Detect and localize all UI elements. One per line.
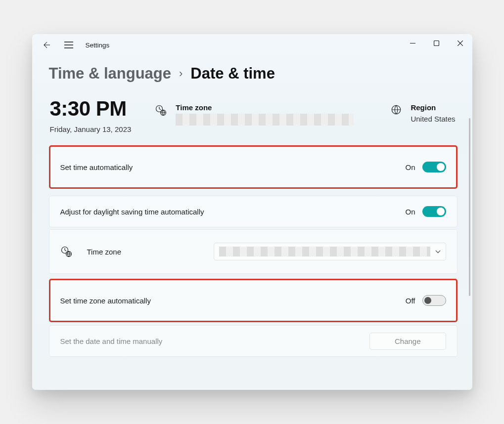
time-header: 3:30 PM Friday, January 13, 2023 Time zo…	[32, 88, 472, 138]
timezone-info: Time zone	[155, 103, 354, 126]
globe-icon	[391, 104, 402, 115]
setting-label: Set the date and time manually	[60, 337, 163, 345]
toggle-state-text: Off	[406, 297, 415, 305]
region-label: Region	[411, 103, 455, 112]
chevron-right-icon: ›	[179, 67, 183, 80]
breadcrumb-current: Date & time	[190, 65, 275, 83]
settings-list: Set time automatically On Adjust for day…	[32, 145, 472, 357]
setting-label: Set time zone automatically	[60, 297, 151, 305]
row-set-time-zone-automatically[interactable]: Set time zone automatically Off	[49, 279, 458, 322]
toggle-set-time-automatically[interactable]	[422, 162, 446, 172]
svg-rect-0	[434, 41, 439, 45]
row-set-manually: Set the date and time manually Change	[49, 325, 458, 357]
close-button[interactable]	[449, 34, 472, 52]
maximize-button[interactable]	[425, 34, 449, 52]
globe-clock-icon	[155, 104, 167, 116]
chevron-down-icon	[435, 250, 441, 254]
nav-menu-button[interactable]	[58, 34, 80, 56]
maximize-icon	[434, 41, 439, 46]
row-time-zone: Time zone	[49, 229, 458, 274]
back-button[interactable]	[36, 34, 58, 56]
region-info: Region United States	[391, 103, 455, 123]
hamburger-icon	[64, 42, 73, 48]
app-title: Settings	[86, 42, 110, 49]
setting-label: Time zone	[87, 248, 121, 256]
toggle-set-time-zone-automatically[interactable]	[422, 295, 446, 306]
change-button[interactable]: Change	[369, 333, 446, 350]
current-time: 3:30 PM	[50, 98, 132, 119]
minimize-icon	[410, 41, 415, 46]
toggle-dst-automatically[interactable]	[422, 206, 446, 217]
region-value: United States	[411, 115, 455, 123]
arrow-left-icon	[43, 41, 51, 49]
row-set-time-automatically[interactable]: Set time automatically On	[49, 145, 458, 189]
setting-label: Adjust for daylight saving time automati…	[60, 208, 204, 216]
current-date: Friday, January 13, 2023	[50, 125, 132, 133]
settings-window: Settings Time & language › Date & time 3…	[32, 34, 472, 390]
globe-clock-icon	[60, 246, 72, 257]
toggle-state-text: On	[405, 208, 415, 216]
scrollbar[interactable]	[469, 118, 470, 296]
minimize-button[interactable]	[401, 34, 425, 52]
timezone-value-redacted	[176, 114, 354, 126]
breadcrumb: Time & language › Date & time	[32, 56, 472, 88]
time-zone-value-redacted	[219, 247, 430, 256]
breadcrumb-parent[interactable]: Time & language	[49, 65, 172, 83]
close-icon	[458, 41, 463, 46]
window-controls	[401, 34, 472, 52]
toggle-state-text: On	[405, 163, 415, 171]
time-zone-select[interactable]	[214, 243, 446, 260]
row-dst-automatically[interactable]: Adjust for daylight saving time automati…	[49, 196, 458, 227]
timezone-label: Time zone	[176, 103, 354, 112]
setting-label: Set time automatically	[60, 163, 133, 171]
clock-block: 3:30 PM Friday, January 13, 2023	[50, 98, 132, 133]
